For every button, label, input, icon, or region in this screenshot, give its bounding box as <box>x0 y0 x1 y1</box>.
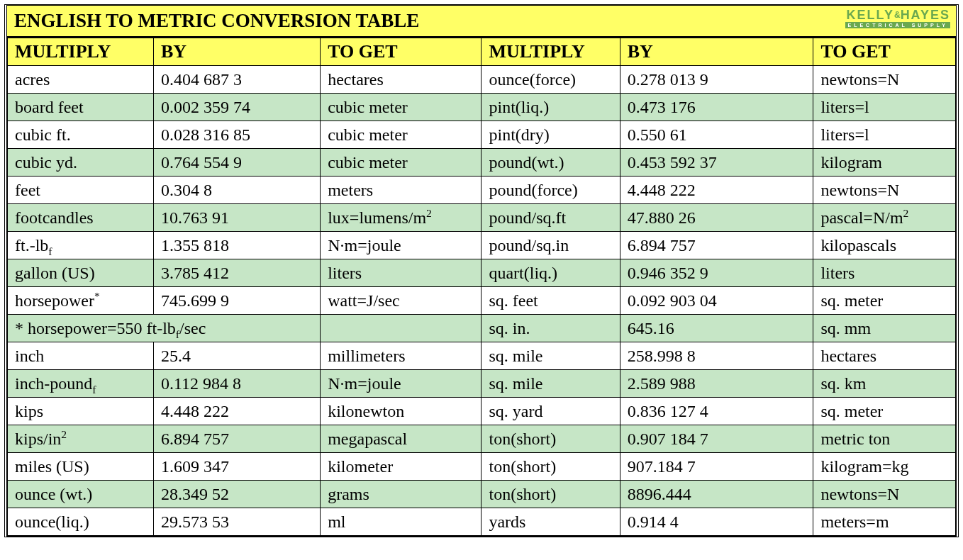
table-cell: pint(liq.) <box>482 94 620 121</box>
table-cell: ounce(liq.) <box>8 508 154 536</box>
table-cell: newtons=N <box>813 66 956 94</box>
brand-ampersand: & <box>894 10 901 20</box>
table-cell: millimeters <box>321 342 482 370</box>
table-cell: 0.278 013 9 <box>620 66 813 94</box>
brand-logo: KELLY&HAYES ELECTRICAL SUPPLY <box>845 9 950 28</box>
table-cell: feet <box>8 177 154 204</box>
table-cell: pound/sq.in <box>482 232 620 259</box>
table-cell: acres <box>8 66 154 94</box>
table-cell: sq. in. <box>482 315 620 342</box>
brand-name-b: HAYES <box>901 8 950 22</box>
table-cell: metric ton <box>813 425 956 453</box>
table-title-row: ENGLISH TO METRIC CONVERSION TABLE KELLY… <box>7 6 956 38</box>
table-cell: 0.112 984 8 <box>153 370 320 398</box>
table-row: kips4.448 222kilonewtonsq. yard0.836 127… <box>8 398 956 425</box>
table-cell: 0.907 184 7 <box>620 425 813 453</box>
brand-subtitle: ELECTRICAL SUPPLY <box>845 22 950 28</box>
table-cell: hectares <box>321 66 482 94</box>
table-row: ounce(liq.)29.573 53mlyards0.914 4meters… <box>8 508 956 536</box>
table-cell: sq. yard <box>482 398 620 425</box>
table-cell: 745.699 9 <box>153 287 320 315</box>
table-cell: 47.880 26 <box>620 204 813 232</box>
table-cell: quart(liq.) <box>482 259 620 287</box>
table-cell: 645.16 <box>620 315 813 342</box>
table-cell: kilometer <box>321 453 482 481</box>
table-cell: 3.785 412 <box>153 259 320 287</box>
table-cell: 0.028 316 85 <box>153 121 320 149</box>
table-cell: cubic meter <box>321 121 482 149</box>
table-cell: kips <box>8 398 154 425</box>
table-cell: 0.092 903 04 <box>620 287 813 315</box>
table-cell: ft.-lbf <box>8 232 154 259</box>
table-row: ounce (wt.)28.349 52gramston(short)8896.… <box>8 481 956 508</box>
table-cell: 4.448 222 <box>620 177 813 204</box>
table-cell: liters=l <box>813 121 956 149</box>
table-cell: 907.184 7 <box>620 453 813 481</box>
table-cell: footcandles <box>8 204 154 232</box>
table-cell: sq. meter <box>813 398 956 425</box>
table-cell: meters=m <box>813 508 956 536</box>
table-cell: 6.894 757 <box>620 232 813 259</box>
table-row: kips/in26.894 757megapascalton(short)0.9… <box>8 425 956 453</box>
table-cell: board feet <box>8 94 154 121</box>
table-cell: horsepower* <box>8 287 154 315</box>
table-cell: megapascal <box>321 425 482 453</box>
table-cell: 1.609 347 <box>153 453 320 481</box>
table-cell: lux=lumens/m2 <box>321 204 482 232</box>
table-row: cubic ft.0.028 316 85cubic meterpint(dry… <box>8 121 956 149</box>
column-header: BY <box>620 38 813 66</box>
column-header: MULTIPLY <box>482 38 620 66</box>
table-cell: cubic ft. <box>8 121 154 149</box>
table-cell: 0.836 127 4 <box>620 398 813 425</box>
table-head: MULTIPLYBY TO GETMULTIPLY BY TO GET <box>8 38 956 66</box>
table-cell: 258.998 8 <box>620 342 813 370</box>
brand-name-a: KELLY <box>847 8 894 22</box>
table-cell: 1.355 818 <box>153 232 320 259</box>
table-row: horsepower*745.699 9watt=J/secsq. feet0.… <box>8 287 956 315</box>
table-cell: miles (US) <box>8 453 154 481</box>
table-cell: ounce (wt.) <box>8 481 154 508</box>
table-row: cubic yd.0.764 554 9cubic meterpound(wt.… <box>8 149 956 177</box>
table-cell: sq. feet <box>482 287 620 315</box>
table-cell: yards <box>482 508 620 536</box>
table-cell: meters <box>321 177 482 204</box>
table-cell: pint(dry) <box>482 121 620 149</box>
table-cell: pound/sq.ft <box>482 204 620 232</box>
header-row: MULTIPLYBY TO GETMULTIPLY BY TO GET <box>8 38 956 66</box>
table-cell: cubic yd. <box>8 149 154 177</box>
conversion-table: MULTIPLYBY TO GETMULTIPLY BY TO GET acre… <box>7 38 956 536</box>
column-header: BY <box>153 38 320 66</box>
column-header: TO GET <box>321 38 482 66</box>
table-cell: liters <box>813 259 956 287</box>
table-cell: kilogram=kg <box>813 453 956 481</box>
table-cell: N·m=joule <box>321 370 482 398</box>
table-cell: cubic meter <box>321 149 482 177</box>
table-cell: newtons=N <box>813 481 956 508</box>
table-cell: sq. meter <box>813 287 956 315</box>
table-cell: 28.349 52 <box>153 481 320 508</box>
table-cell: ml <box>321 508 482 536</box>
column-header: MULTIPLY <box>8 38 154 66</box>
table-cell: pound(wt.) <box>482 149 620 177</box>
table-cell: liters <box>321 259 482 287</box>
table-cell: kilopascals <box>813 232 956 259</box>
table-row: ft.-lbf1.355 818N·m=joulepound/sq.in6.89… <box>8 232 956 259</box>
table-row: board feet0.002 359 74cubic meterpint(li… <box>8 94 956 121</box>
table-cell: liters=l <box>813 94 956 121</box>
table-cell: inch-poundf <box>8 370 154 398</box>
table-cell: kips/in2 <box>8 425 154 453</box>
table-cell: watt=J/sec <box>321 287 482 315</box>
table-cell: kilogram <box>813 149 956 177</box>
table-cell: * horsepower=550 ft-lbf/sec <box>8 315 321 342</box>
table-cell: 10.763 91 <box>153 204 320 232</box>
table-cell <box>321 315 482 342</box>
table-cell: N·m=joule <box>321 232 482 259</box>
table-cell: 2.589 988 <box>620 370 813 398</box>
table-cell: ton(short) <box>482 425 620 453</box>
table-cell: kilonewton <box>321 398 482 425</box>
table-cell: 0.764 554 9 <box>153 149 320 177</box>
column-header: TO GET <box>813 38 956 66</box>
table-row: inch25.4millimeterssq. mile258.998 8hect… <box>8 342 956 370</box>
table-row: gallon (US)3.785 412litersquart(liq.)0.9… <box>8 259 956 287</box>
table-cell: ounce(force) <box>482 66 620 94</box>
